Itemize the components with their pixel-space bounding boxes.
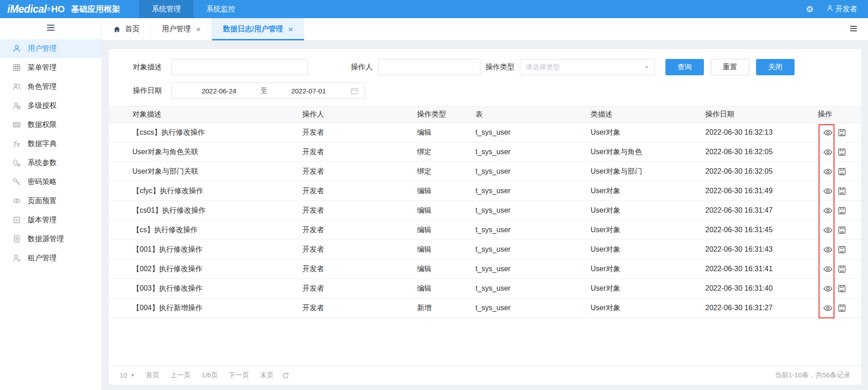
sidebar-item[interactable]: 角色管理 <box>0 77 102 96</box>
save-floppy-icon[interactable] <box>837 284 847 293</box>
actions-cell <box>818 181 861 201</box>
fx-icon <box>12 139 21 148</box>
first-page-button[interactable]: 首页 <box>146 371 160 380</box>
table-cell: 【cfyc】执行修改操作 <box>109 181 302 201</box>
column-header: 操作人 <box>302 107 417 123</box>
app-title: 基础应用框架 <box>71 4 120 15</box>
sidebar-item[interactable]: 系统参数 <box>0 153 102 172</box>
actions-cell <box>818 298 861 318</box>
sidebar-item-label: 页面预置 <box>28 196 57 206</box>
table-cell: 新增 <box>417 298 475 318</box>
sidebar-item-label: 数据权限 <box>28 120 57 130</box>
table-cell: User对象与角色 <box>591 142 705 162</box>
date-range-picker[interactable]: 2022-06-24 至 2022-07-01 <box>171 83 365 99</box>
view-eye-icon[interactable] <box>823 206 833 215</box>
content-panel: 对象描述 操作人 操作类型 请选择类型 ▼ 查询 重置 关闭 <box>109 49 861 385</box>
close-button[interactable]: 关闭 <box>756 59 795 75</box>
sidebar-item[interactable]: 页面预置 <box>0 191 102 210</box>
table-cell: User对象 <box>591 298 705 318</box>
person-check-icon <box>12 101 21 110</box>
view-eye-icon[interactable] <box>823 167 833 176</box>
tab[interactable]: 首页 <box>102 18 151 40</box>
registered-mark: ® <box>47 6 51 12</box>
table-cell: 编辑 <box>417 279 475 298</box>
refresh-icon[interactable] <box>281 371 290 380</box>
date-start-value[interactable]: 2022-06-24 <box>178 87 261 95</box>
save-floppy-icon[interactable] <box>837 264 847 274</box>
reset-button[interactable]: 重置 <box>711 59 749 75</box>
sidebar-item-label: 多级授权 <box>28 101 57 111</box>
date-end-value[interactable]: 2022-07-01 <box>267 87 350 95</box>
sidebar-item[interactable]: 密码策略 <box>0 172 102 191</box>
page-size-select[interactable]: 10 ▼ <box>120 371 135 379</box>
prev-page-button[interactable]: 上一页 <box>170 371 191 380</box>
view-eye-icon[interactable] <box>823 186 833 196</box>
topnav-item[interactable]: 系统监控 <box>194 0 248 18</box>
operator-input[interactable] <box>378 59 480 75</box>
table-cell: t_sys_user <box>475 142 591 162</box>
table-cell: 2022-06-30 16:31:27 <box>705 298 818 318</box>
table-cell: 【002】执行修改操作 <box>109 259 302 279</box>
username: 开发者 <box>835 5 857 14</box>
save-floppy-icon[interactable] <box>837 167 847 176</box>
tab[interactable]: 用户管理× <box>151 18 212 40</box>
column-header: 操作 <box>818 107 861 123</box>
sidebar-item[interactable]: 菜单管理 <box>0 58 102 77</box>
save-floppy-icon[interactable] <box>837 245 847 254</box>
table-cell: t_sys_user <box>475 259 591 279</box>
table-row: 【cfyc】执行修改操作开发者编辑t_sys_userUser对象2022-06… <box>109 181 861 201</box>
table-cell: User对象与部门 <box>591 162 705 181</box>
view-eye-icon[interactable] <box>823 225 833 235</box>
table-row: 【cs01】执行修改操作开发者编辑t_sys_userUser对象2022-06… <box>109 201 861 220</box>
save-floppy-icon[interactable] <box>837 186 847 196</box>
operator-label: 操作人 <box>308 63 378 72</box>
tab-list-menu-button[interactable] <box>849 24 868 35</box>
save-floppy-icon[interactable] <box>837 147 847 157</box>
actions-cell <box>818 201 861 220</box>
object-desc-input[interactable] <box>171 59 308 75</box>
pagination-bar: 10 ▼ 首页 上一页 1/6页 下一页 末页 当前1-10条，共56条记录 <box>109 366 861 385</box>
save-floppy-icon[interactable] <box>837 303 847 313</box>
save-floppy-icon[interactable] <box>837 128 847 137</box>
user-menu[interactable]: 开发者 <box>826 5 857 14</box>
save-floppy-icon[interactable] <box>837 225 847 235</box>
column-header: 类描述 <box>591 107 705 123</box>
calendar-icon[interactable] <box>350 87 359 95</box>
view-eye-icon[interactable] <box>823 245 833 254</box>
view-eye-icon[interactable] <box>823 303 833 313</box>
last-page-button[interactable]: 末页 <box>260 371 273 380</box>
actions-cell <box>818 162 861 181</box>
op-type-select[interactable]: 请选择类型 ▼ <box>520 59 655 75</box>
sidebar-item[interactable]: 版本管理 <box>0 210 102 229</box>
table-cell: t_sys_user <box>475 279 591 298</box>
home-icon <box>113 25 121 34</box>
view-eye-icon[interactable] <box>823 284 833 293</box>
sidebar-item[interactable]: 数据源管理 <box>0 229 102 249</box>
view-eye-icon[interactable] <box>823 147 833 157</box>
param-gear-icon <box>12 158 21 167</box>
table-cell: 开发者 <box>302 259 417 279</box>
sidebar: 用户管理菜单管理角色管理多级授权数据权限数据字典系统参数密码策略页面预置版本管理… <box>0 18 102 390</box>
table-cell: 2022-06-30 16:31:49 <box>705 181 818 201</box>
view-eye-icon[interactable] <box>823 128 833 137</box>
sidebar-item-label: 数据字典 <box>28 139 57 149</box>
query-button[interactable]: 查询 <box>665 59 704 75</box>
sidebar-item[interactable]: 多级授权 <box>0 96 102 115</box>
gear-icon[interactable]: ⚙ <box>806 5 814 14</box>
close-icon[interactable]: × <box>288 25 293 34</box>
table-cell: 开发者 <box>302 162 417 181</box>
next-page-button[interactable]: 下一页 <box>228 371 249 380</box>
sidebar-item[interactable]: 租户管理 <box>0 249 102 268</box>
close-icon[interactable]: × <box>196 25 201 34</box>
topnav-item[interactable]: 系统管理 <box>139 0 194 18</box>
tab[interactable]: 数据日志/用户管理× <box>212 18 304 40</box>
sidebar-item[interactable]: 用户管理 <box>0 39 102 58</box>
sidebar-item[interactable]: 数据权限 <box>0 115 102 134</box>
save-floppy-icon[interactable] <box>837 206 847 215</box>
table-cell: 开发者 <box>302 181 417 201</box>
sidebar-item[interactable]: 数据字典 <box>0 134 102 153</box>
table-cell: User对象 <box>591 240 705 259</box>
view-eye-icon[interactable] <box>823 264 833 274</box>
sidebar-collapse-button[interactable] <box>0 18 102 39</box>
table-row: 【cs】执行修改操作开发者编辑t_sys_userUser对象2022-06-3… <box>109 220 861 240</box>
